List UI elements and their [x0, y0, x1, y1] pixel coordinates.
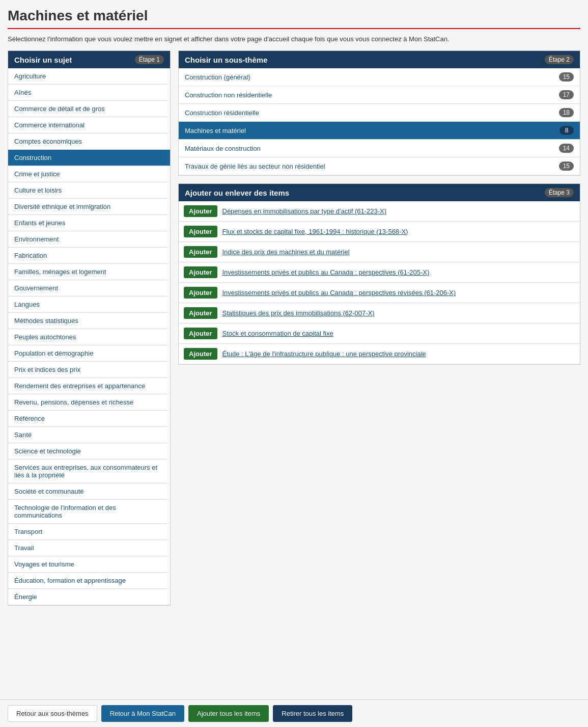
right-panel: Choisir un sous-thème Étape 2 Constructi…	[178, 50, 580, 365]
item-link-7[interactable]: Étude : L'âge de l'infrastructure publiq…	[222, 350, 426, 358]
items-row-7: AjouterÉtude : L'âge de l'infrastructure…	[179, 344, 580, 364]
sidebar-item-10[interactable]: Environnement	[8, 231, 170, 248]
sidebar-item-30[interactable]: Éducation, formation et apprentissage	[8, 573, 170, 589]
sidebar-item-31[interactable]: Énergie	[8, 589, 170, 605]
sidebar-item-7[interactable]: Culture et loisirs	[8, 182, 170, 199]
add-item-button-3[interactable]: Ajouter	[184, 266, 217, 278]
subtheme-label-5: Travaux de génie liés au secteur non rés…	[185, 163, 325, 170]
sidebar-item-2[interactable]: Commerce de détail et de gros	[8, 101, 170, 117]
sidebar-item-4[interactable]: Comptes économiques	[8, 133, 170, 150]
sidebar-item-0[interactable]: Agriculture	[8, 68, 170, 85]
sidebar-item-24[interactable]: Services aux entreprises, aux consommate…	[8, 460, 170, 483]
sidebar-item-17[interactable]: Population et démographie	[8, 345, 170, 362]
left-panel-badge: Étape 1	[135, 55, 164, 64]
sidebar-list: AgricultureAînésCommerce de détail et de…	[8, 68, 170, 605]
subtheme-count-1: 17	[559, 90, 574, 99]
subtheme-count-4: 14	[559, 144, 574, 153]
sidebar-item-6[interactable]: Crime et justice	[8, 166, 170, 182]
sidebar-item-19[interactable]: Rendement des entreprises et appartenanc…	[8, 378, 170, 394]
add-item-button-2[interactable]: Ajouter	[184, 246, 217, 258]
subtheme-row-3[interactable]: Machines et matériel8	[179, 122, 580, 140]
sidebar-item-22[interactable]: Santé	[8, 427, 170, 443]
item-link-6[interactable]: Stock et consommation de capital fixe	[222, 330, 333, 337]
add-item-button-1[interactable]: Ajouter	[184, 226, 217, 237]
sidebar-item-28[interactable]: Travail	[8, 540, 170, 556]
items-row-1: AjouterFlux et stocks de capital fixe, 1…	[179, 222, 580, 242]
sidebar-item-8[interactable]: Diversité ethnique et immigration	[8, 199, 170, 215]
sidebar-item-16[interactable]: Peuples autochtones	[8, 329, 170, 345]
add-item-button-4[interactable]: Ajouter	[184, 287, 217, 299]
sidebar-item-15[interactable]: Méthodes statistiques	[8, 313, 170, 329]
subtheme-label-2: Construction résidentielle	[185, 109, 259, 117]
subtheme-panel-badge: Étape 2	[545, 55, 574, 64]
subtheme-count-2: 18	[559, 108, 574, 117]
items-panel: Ajouter ou enlever des items Étape 3 Ajo…	[178, 183, 580, 365]
subtheme-row-4[interactable]: Matériaux de construction14	[179, 140, 580, 157]
subtheme-count-5: 15	[559, 161, 574, 171]
page-title: Machines et matériel	[8, 8, 580, 24]
item-link-2[interactable]: Indice des prix des machines et du matér…	[222, 248, 350, 256]
subtheme-label-0: Construction (général)	[185, 73, 250, 81]
page-subtitle: Sélectionnez l'information que vous voul…	[8, 35, 580, 43]
sidebar-item-9[interactable]: Enfants et jeunes	[8, 215, 170, 231]
left-panel-title: Choisir un sujet	[14, 56, 72, 64]
sidebar-item-18[interactable]: Prix et indices des prix	[8, 362, 170, 378]
items-row-3: AjouterInvestissements privés et publics…	[179, 262, 580, 283]
items-list: AjouterDépenses en immobilisations par t…	[179, 201, 580, 364]
sidebar-item-25[interactable]: Société et communauté	[8, 483, 170, 500]
sidebar-item-13[interactable]: Gouvernement	[8, 280, 170, 297]
subtheme-label-4: Matériaux de construction	[185, 145, 261, 152]
item-link-1[interactable]: Flux et stocks de capital fixe, 1961-199…	[222, 228, 408, 235]
left-panel-header: Choisir un sujet Étape 1	[8, 51, 170, 68]
add-item-button-7[interactable]: Ajouter	[184, 348, 217, 360]
items-row-5: AjouterStatistiques des prix des immobil…	[179, 303, 580, 324]
subtheme-count-3: 8	[559, 126, 574, 135]
item-link-4[interactable]: Investissements privés et publics au Can…	[222, 289, 456, 297]
items-panel-badge: Étape 3	[545, 188, 574, 197]
left-panel: Choisir un sujet Étape 1 AgricultureAîné…	[8, 50, 171, 606]
main-content: Choisir un sujet Étape 1 AgricultureAîné…	[8, 50, 580, 606]
sidebar-item-3[interactable]: Commerce international	[8, 117, 170, 133]
items-row-4: AjouterInvestissements privés et publics…	[179, 283, 580, 303]
add-item-button-0[interactable]: Ajouter	[184, 205, 217, 217]
sidebar-item-5[interactable]: Construction	[8, 150, 170, 166]
page-container: Machines et matériel Sélectionnez l'info…	[0, 0, 588, 647]
items-panel-title: Ajouter ou enlever des items	[185, 189, 289, 197]
add-item-button-6[interactable]: Ajouter	[184, 328, 217, 339]
subtheme-label-3: Machines et matériel	[185, 127, 246, 134]
sidebar-item-14[interactable]: Langues	[8, 297, 170, 313]
items-panel-header: Ajouter ou enlever des items Étape 3	[179, 184, 580, 201]
items-row-2: AjouterIndice des prix des machines et d…	[179, 242, 580, 262]
subtheme-label-1: Construction non résidentielle	[185, 91, 272, 99]
item-link-5[interactable]: Statistiques des prix des immobilisation…	[222, 309, 375, 317]
subtheme-panel: Choisir un sous-thème Étape 2 Constructi…	[178, 50, 580, 176]
subtheme-count-0: 15	[559, 72, 574, 82]
sidebar-item-21[interactable]: Référence	[8, 411, 170, 427]
sidebar-item-1[interactable]: Aînés	[8, 85, 170, 101]
item-link-0[interactable]: Dépenses en immobilisations par type d'a…	[222, 207, 387, 215]
sidebar-item-26[interactable]: Technologie de l'information et des comm…	[8, 500, 170, 524]
items-row-0: AjouterDépenses en immobilisations par t…	[179, 201, 580, 222]
add-item-button-5[interactable]: Ajouter	[184, 307, 217, 319]
title-divider	[8, 28, 580, 29]
subtheme-row-5[interactable]: Travaux de génie liés au secteur non rés…	[179, 157, 580, 175]
subtheme-row-0[interactable]: Construction (général)15	[179, 68, 580, 86]
sidebar-item-23[interactable]: Science et technologie	[8, 443, 170, 460]
sidebar-item-27[interactable]: Transport	[8, 524, 170, 540]
subtheme-panel-header: Choisir un sous-thème Étape 2	[179, 51, 580, 68]
subtheme-row-2[interactable]: Construction résidentielle18	[179, 104, 580, 122]
sidebar-item-12[interactable]: Familles, ménages et logement	[8, 264, 170, 280]
subtheme-list: Construction (général)15Construction non…	[179, 68, 580, 175]
sidebar-item-11[interactable]: Fabrication	[8, 248, 170, 264]
subtheme-panel-title: Choisir un sous-thème	[185, 56, 268, 64]
sidebar-item-20[interactable]: Revenu, pensions, dépenses et richesse	[8, 394, 170, 411]
subtheme-row-1[interactable]: Construction non résidentielle17	[179, 86, 580, 104]
sidebar-item-29[interactable]: Voyages et tourisme	[8, 556, 170, 573]
item-link-3[interactable]: Investissements privés et publics au Can…	[222, 268, 430, 276]
items-row-6: AjouterStock et consommation de capital …	[179, 324, 580, 344]
